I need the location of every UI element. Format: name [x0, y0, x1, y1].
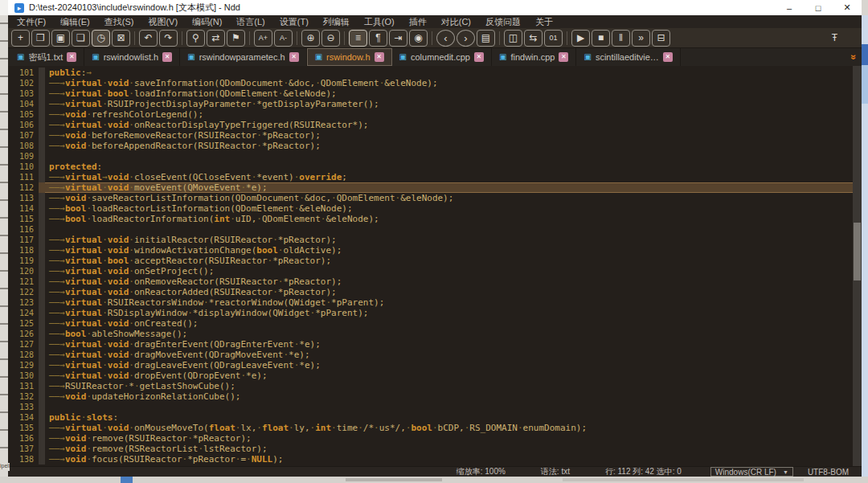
bookmark-margin[interactable] [39, 224, 45, 235]
vertical-scrollbar[interactable] [853, 66, 862, 466]
bookmark-margin[interactable] [39, 141, 45, 151]
fast-forward-button[interactable]: » [632, 30, 650, 47]
save-all-button[interactable]: ❏ [72, 30, 90, 47]
bookmark-margin[interactable] [39, 444, 45, 454]
bookmark-margin[interactable] [39, 88, 45, 99]
bookmark-margin[interactable] [39, 360, 45, 370]
eol-selector[interactable]: Windows(CR LF) ▼ [710, 467, 793, 477]
tab[interactable]: ▣rswindow.h✕ [307, 48, 392, 66]
run-button[interactable]: ▶ [571, 30, 590, 47]
bookmark-margin[interactable] [39, 256, 45, 266]
menu-item[interactable]: 语言(L) [229, 15, 272, 28]
menu-item[interactable]: 工具(O) [357, 15, 402, 28]
send-button[interactable]: ⊟ [652, 30, 670, 47]
back-button[interactable]: ‹ [436, 30, 455, 47]
indent-guide-button[interactable]: ⇥ [389, 30, 407, 47]
maximize-button[interactable]: □ [804, 0, 833, 15]
binary-view-button[interactable]: 01 [544, 30, 563, 47]
menu-item[interactable]: 查找(S) [97, 15, 141, 28]
stop-button[interactable]: ■ [592, 30, 610, 47]
find-button[interactable]: ⚲ [186, 30, 205, 47]
split-view-button[interactable]: ◫ [504, 30, 522, 47]
bookmark-margin[interactable] [39, 339, 45, 350]
pause-button[interactable]: ‖ [612, 30, 630, 47]
new-file-button[interactable]: + [11, 30, 30, 47]
bookmark-margin[interactable] [39, 433, 45, 444]
menu-item[interactable]: 列编辑 [316, 15, 357, 28]
menu-item[interactable]: 对比(C) [434, 15, 478, 28]
bookmark-margin[interactable] [39, 308, 45, 318]
bookmark-button[interactable]: ⚑ [227, 30, 245, 47]
tab-close-button[interactable]: ✕ [375, 52, 384, 62]
save-button[interactable]: ▣ [51, 30, 70, 47]
bookmark-margin[interactable] [39, 245, 45, 256]
zoom-in-button[interactable]: ⊕ [301, 30, 320, 47]
bookmark-margin[interactable] [39, 151, 45, 162]
bookmark-margin[interactable] [39, 412, 45, 423]
tab-close-button[interactable]: ✕ [474, 52, 484, 62]
tab[interactable]: ▣findwin.cpp✕ [492, 48, 577, 66]
bookmark-margin[interactable] [39, 68, 45, 78]
code-editor[interactable]: 101public:→102──→virtual·void·saveInform… [8, 66, 862, 466]
redo-button[interactable]: ↷ [159, 30, 178, 47]
bookmark-margin[interactable] [39, 391, 45, 402]
bookmark-margin[interactable] [39, 130, 45, 141]
bookmark-margin[interactable] [39, 203, 45, 214]
menu-item[interactable]: 文件(F) [10, 15, 53, 28]
open-folder-button[interactable]: ❒ [31, 30, 50, 47]
zoom-in-text-button[interactable]: A+ [254, 30, 272, 47]
bookmark-margin[interactable] [39, 99, 45, 109]
show-all-characters-button[interactable]: ¶ [369, 30, 387, 47]
tab[interactable]: ▣scintillaeditvie…✕ [576, 48, 680, 66]
bookmark-margin[interactable] [39, 235, 45, 245]
pin-toolbar-icon[interactable]: Ŧ [832, 32, 837, 43]
tab-close-button[interactable]: ✕ [559, 52, 568, 62]
bookmark-margin[interactable] [39, 162, 45, 172]
tab-close-button[interactable]: ✕ [67, 52, 76, 62]
tab[interactable]: ▣columnedit.cpp✕ [392, 48, 492, 66]
compare-button[interactable]: ⇆ [524, 30, 542, 47]
close-document-button[interactable]: ⊠ [112, 30, 130, 47]
bookmark-margin[interactable] [39, 381, 45, 391]
menu-item[interactable]: 编码(N) [185, 15, 229, 28]
bookmark-margin[interactable] [39, 350, 45, 360]
menu-item[interactable]: 视图(V) [141, 15, 185, 28]
bookmark-margin[interactable] [39, 193, 45, 203]
bookmark-margin[interactable] [39, 182, 45, 193]
tab-close-button[interactable]: ✕ [162, 52, 172, 62]
document-list-button[interactable]: ▤ [477, 30, 495, 47]
menu-item[interactable]: 关于 [528, 15, 560, 28]
recent-history-button[interactable]: ◷ [92, 30, 110, 47]
word-wrap-button[interactable]: ≡ [349, 30, 367, 47]
minimize-button[interactable]: – [775, 0, 804, 15]
forward-button[interactable]: › [457, 30, 475, 47]
tab-close-button[interactable]: ✕ [289, 52, 299, 62]
bookmark-margin[interactable] [39, 266, 45, 276]
undo-button[interactable]: ↶ [139, 30, 158, 47]
scrollbar-thumb[interactable] [854, 223, 861, 280]
bookmark-margin[interactable] [39, 423, 45, 433]
bookmark-margin[interactable] [39, 172, 45, 182]
bookmark-margin[interactable] [39, 109, 45, 120]
tab[interactable]: ▣rswindowlist.h✕ [84, 48, 180, 66]
bookmark-margin[interactable] [39, 120, 45, 130]
bookmark-margin[interactable] [39, 318, 45, 329]
bookmark-margin[interactable] [39, 276, 45, 287]
menu-item[interactable]: 反馈问题 [478, 15, 528, 28]
menu-item[interactable]: 编辑(E) [53, 15, 97, 28]
bookmark-margin[interactable] [39, 370, 45, 381]
bookmark-margin[interactable] [39, 287, 45, 297]
menu-item[interactable]: 插件 [402, 15, 434, 28]
replace-button[interactable]: ⇄ [207, 30, 225, 47]
zoom-out-button[interactable]: ⊖ [321, 30, 340, 47]
preview-button[interactable]: ◉ [409, 30, 428, 47]
bookmark-margin[interactable] [39, 454, 45, 465]
tab[interactable]: ▣密码1.txt✕ [10, 48, 84, 66]
bookmark-margin[interactable] [39, 329, 45, 339]
tab-close-button[interactable]: ✕ [663, 52, 673, 62]
bookmark-margin[interactable] [39, 402, 45, 412]
close-button[interactable]: ✕ [833, 0, 862, 15]
menu-item[interactable]: 设置(T) [272, 15, 316, 28]
zoom-out-text-button[interactable]: A- [274, 30, 293, 47]
bookmark-margin[interactable] [39, 78, 45, 88]
